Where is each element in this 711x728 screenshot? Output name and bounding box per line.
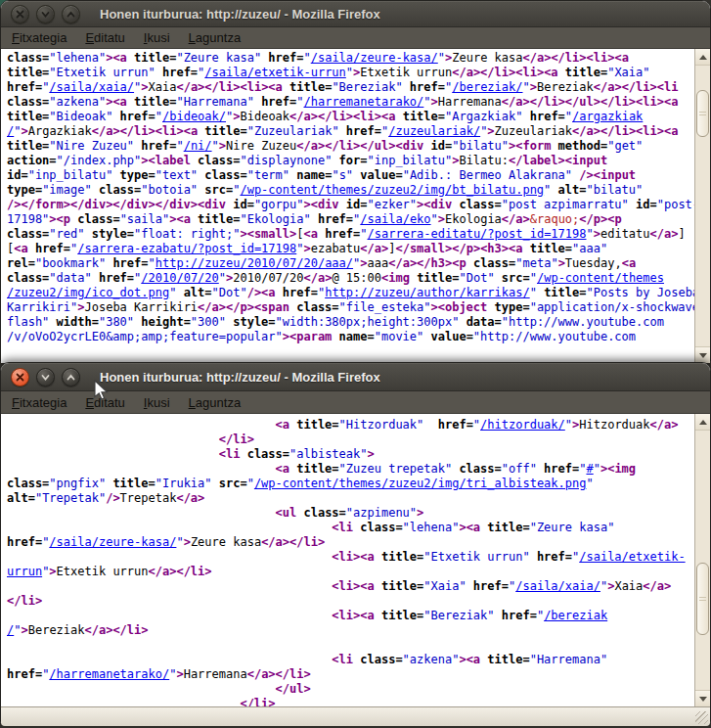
source-link[interactable]: http://zuzeu/author/karrikas/ [325, 286, 530, 299]
source-line: class="pngfix" title="Irukia" src="/wp-c… [7, 477, 710, 491]
maximize-button[interactable] [62, 368, 80, 387]
source-link[interactable]: /sarrera-editatu/?post_id=17198 [368, 227, 587, 241]
source-line: title="Etxetik urrun" href="/saila/etxet… [7, 66, 710, 80]
source-line: <li class="lehena"><a title="Zeure kasa" [7, 521, 710, 535]
source-link[interactable]: /bideoak/ [162, 110, 226, 123]
source-line: type="image" class="botoia" src="/wp-con… [7, 183, 710, 198]
source-link[interactable]: http://zuzeu/2010/07/20/aaa/ [156, 256, 353, 270]
menu-item-ikusi[interactable]: Ikusi [141, 29, 173, 46]
source-line: </ul> [7, 682, 710, 697]
close-icon [16, 10, 24, 19]
chevron-up-icon [67, 373, 75, 382]
source-line: /">Bereziak</a></li> [7, 623, 710, 638]
minimize-button[interactable] [36, 5, 55, 23]
window1-content[interactable]: class="lehena"><a title="Zeure kasa" hre… [1, 49, 710, 363]
mouse-cursor-icon [94, 380, 109, 405]
window1-menubar: FitxategiaEditatuIkusiLaguntza [1, 27, 710, 49]
source-link[interactable]: /saila/eko [360, 212, 430, 226]
source-line: Karrikiri">Joseba Karrikiri</a></p><span… [7, 300, 710, 315]
source-line: <a title="Zuzeu trepetak" class="off" hr… [7, 462, 710, 477]
up-arrow-icon [699, 420, 707, 425]
scroll-up-button[interactable] [695, 49, 710, 66]
window1-titlebar[interactable]: Honen iturburua: http://zuzeu/ - Mozilla… [1, 1, 710, 27]
source-line: </li> [7, 697, 710, 706]
source-line: /v/oVoO2ycrLE0&amp;amp;feature=popular">… [7, 330, 710, 344]
source-line: action="/index.php"><label class="displa… [7, 154, 710, 168]
source-link[interactable]: urrun [7, 565, 42, 578]
chevron-down-icon [41, 373, 50, 382]
view-source-window-2: Honen iturburua: http://zuzeu/ - Mozilla… [0, 362, 711, 726]
source-link[interactable]: /saila/xaia/ [515, 579, 600, 593]
source-link[interactable]: /argazkiak [572, 110, 643, 123]
scroll-up-button[interactable] [695, 414, 710, 431]
menu-item-fitxategia[interactable]: Fitxategia [9, 394, 69, 411]
window2-content[interactable]: <a title="Hitzorduak" href="/hitzorduak/… [1, 414, 710, 706]
source-line: title="Bideoak" href="/bideoak/">Bideoak… [7, 110, 710, 124]
chevron-up-icon [67, 10, 75, 19]
source-line: <li><a title="Xaia" href="/saila/xaia/">… [7, 579, 710, 594]
source-line: class="azkena"><a title="Harremana" href… [7, 95, 710, 110]
source-line: 17198"><p class="saila"><a title="Ekolog… [7, 212, 710, 227]
source-line: /></form></div></div></div><div id="gorp… [7, 198, 710, 212]
scrollbar-thumb[interactable] [696, 90, 709, 137]
minimize-button[interactable] [36, 368, 55, 387]
source-line: alt="Trepetak"/>Trepetak</a> [7, 491, 710, 506]
menu-item-laguntza[interactable]: Laguntza [186, 394, 244, 411]
source-line: /zuzeu2/img/ico_dot.png" alt="Dot"/><a h… [7, 286, 710, 300]
menu-item-editatu[interactable]: Editatu [82, 29, 127, 46]
window1-buttons [11, 5, 87, 23]
source-link[interactable]: /saila/etxetik-urrun [204, 66, 346, 79]
up-arrow-icon [699, 55, 707, 60]
source-line [7, 638, 710, 653]
source-link[interactable]: /bereziak [544, 609, 607, 622]
source-link[interactable]: /saila/zeure-kasa/ [311, 51, 438, 65]
down-arrow-icon [699, 697, 707, 702]
source-link[interactable]: /ni/ [184, 139, 212, 153]
resize-grip[interactable] [695, 711, 708, 724]
source-line: <ul class="azpimenu"> [7, 506, 710, 521]
source-link[interactable]: /saila/zeure-kasa/ [49, 535, 176, 549]
source-line: title="Nire Zuzeu" href="/ni/">Nire Zuze… [7, 139, 710, 154]
scrollbar-thumb[interactable] [696, 563, 709, 635]
source-line: class="data" href="/2010/07/20">2010/07/… [7, 271, 710, 286]
source-line: class="red" style="float: right;"><small… [7, 227, 710, 242]
window-title: Honen iturburua: http://zuzeu/ - Mozilla… [100, 7, 380, 22]
close-button[interactable] [11, 368, 29, 387]
window2-scrollbar[interactable] [694, 414, 710, 706]
source-link[interactable]: /sarrera-ezabatu/?post_id=17198 [77, 242, 296, 255]
scroll-down-button[interactable] [695, 690, 710, 706]
source-line: rel="bookmark" href="http://zuzeu/2010/0… [7, 256, 710, 271]
menu-item-fitxategia[interactable]: Fitxategia [9, 29, 69, 46]
source-link[interactable]: /saila/etxetik- [579, 550, 685, 564]
source-link[interactable]: # [586, 462, 593, 476]
source-line: <li class="azkena"><a title="Harremana" [7, 653, 710, 667]
menu-item-laguntza[interactable]: Laguntza [186, 29, 244, 46]
source-line: </li> [7, 594, 710, 609]
source-link[interactable]: /2010/07/20 [141, 271, 218, 285]
window1-source: class="lehena"><a title="Zeure kasa" hre… [1, 49, 710, 344]
window2-buttons [11, 368, 87, 387]
source-link[interactable]: /hitzorduak/ [480, 418, 565, 432]
source-link[interactable]: /zuzeu2/img/ico_dot.png [7, 286, 169, 299]
chevron-down-icon [41, 10, 50, 19]
scroll-down-button[interactable] [695, 346, 710, 363]
source-link[interactable]: /harremanetarako/ [49, 667, 169, 681]
source-link[interactable]: /wp-content/themes/zuzeu2/img/bt_bilatu.… [240, 183, 544, 197]
source-line: <li class="albisteak"> [7, 447, 710, 462]
source-line: href="/harremanetarako/">Harremana</a></… [7, 667, 710, 682]
source-link[interactable]: /wp-content/themes/zuzeu2/img/tri_albist… [254, 477, 587, 490]
source-link[interactable]: /zuzeulariak/ [388, 124, 480, 138]
down-arrow-icon [699, 353, 707, 358]
view-source-window-1: Honen iturburua: http://zuzeu/ - Mozilla… [0, 0, 711, 362]
source-line: flash" width="380" height="300" style="w… [7, 315, 710, 330]
source-link[interactable]: /saila/xaia/ [49, 80, 134, 94]
source-link[interactable]: /harremanetarako/ [304, 95, 424, 109]
window1-scrollbar[interactable] [694, 49, 710, 363]
source-line: class="lehena"><a title="Zeure kasa" hre… [7, 51, 710, 66]
source-link[interactable]: /wp-content/themes [537, 271, 664, 285]
maximize-button[interactable] [62, 5, 80, 23]
window-title: Honen iturburua: http://zuzeu/ - Mozilla… [100, 370, 380, 385]
close-button[interactable] [11, 5, 29, 23]
source-link[interactable]: /bereziak/ [452, 80, 522, 94]
menu-item-ikusi[interactable]: Ikusi [141, 394, 173, 411]
